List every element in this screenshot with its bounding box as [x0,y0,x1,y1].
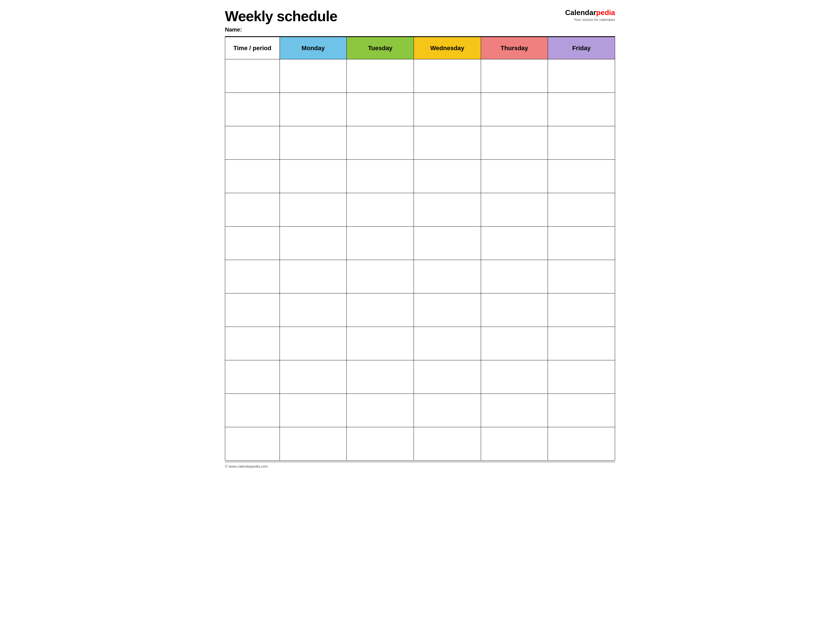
col-header-wednesday: Wednesday [414,37,481,59]
table-row[interactable] [225,360,615,394]
schedule-cell[interactable] [279,227,347,260]
schedule-cell[interactable] [279,327,347,360]
time-cell[interactable] [225,360,280,394]
schedule-cell[interactable] [481,160,548,193]
schedule-cell[interactable] [414,93,481,126]
schedule-cell[interactable] [548,327,615,360]
schedule-cell[interactable] [548,394,615,427]
table-row[interactable] [225,193,615,227]
schedule-cell[interactable] [481,394,548,427]
logo-text: Calendarpedia [565,8,615,17]
logo-pedia-part: pedia [596,8,615,17]
time-cell[interactable] [225,260,280,293]
schedule-cell[interactable] [414,260,481,293]
schedule-cell[interactable] [548,160,615,193]
schedule-cell[interactable] [347,193,414,227]
schedule-cell[interactable] [548,59,615,93]
schedule-cell[interactable] [279,93,347,126]
table-row[interactable] [225,260,615,293]
table-row[interactable] [225,327,615,360]
schedule-cell[interactable] [414,394,481,427]
table-row[interactable] [225,59,615,93]
schedule-cell[interactable] [481,260,548,293]
schedule-cell[interactable] [279,59,347,93]
schedule-cell[interactable] [347,160,414,193]
schedule-cell[interactable] [548,293,615,327]
time-cell[interactable] [225,293,280,327]
schedule-cell[interactable] [347,427,414,461]
header-section: Weekly schedule Name: Calendarpedia Your… [225,8,615,33]
schedule-cell[interactable] [414,427,481,461]
schedule-cell[interactable] [347,394,414,427]
schedule-cell[interactable] [414,126,481,160]
col-header-tuesday: Tuesday [347,37,414,59]
time-cell[interactable] [225,193,280,227]
page-title: Weekly schedule [225,8,337,24]
schedule-cell[interactable] [548,193,615,227]
time-cell[interactable] [225,394,280,427]
schedule-cell[interactable] [481,293,548,327]
schedule-cell[interactable] [414,193,481,227]
time-cell[interactable] [225,59,280,93]
schedule-cell[interactable] [548,260,615,293]
time-cell[interactable] [225,427,280,461]
bottom-divider [225,462,615,462]
schedule-cell[interactable] [279,360,347,394]
schedule-cell[interactable] [481,93,548,126]
schedule-cell[interactable] [481,360,548,394]
schedule-cell[interactable] [548,126,615,160]
schedule-cell[interactable] [279,193,347,227]
schedule-cell[interactable] [279,260,347,293]
schedule-cell[interactable] [279,293,347,327]
time-cell[interactable] [225,227,280,260]
time-cell[interactable] [225,160,280,193]
schedule-cell[interactable] [347,126,414,160]
schedule-cell[interactable] [548,227,615,260]
schedule-cell[interactable] [347,327,414,360]
table-row[interactable] [225,427,615,461]
schedule-cell[interactable] [414,160,481,193]
schedule-cell[interactable] [279,427,347,461]
schedule-cell[interactable] [481,327,548,360]
schedule-cell[interactable] [347,260,414,293]
schedule-cell[interactable] [347,93,414,126]
schedule-cell[interactable] [414,227,481,260]
table-row[interactable] [225,293,615,327]
logo-tagline: Your source for calendars [574,17,615,22]
schedule-cell[interactable] [279,394,347,427]
schedule-cell[interactable] [548,93,615,126]
schedule-cell[interactable] [481,126,548,160]
footer-copyright: © www.calendarpedia.com [225,464,615,468]
time-cell[interactable] [225,126,280,160]
schedule-cell[interactable] [279,126,347,160]
schedule-cell[interactable] [481,427,548,461]
time-cell[interactable] [225,327,280,360]
schedule-cell[interactable] [481,193,548,227]
schedule-cell[interactable] [279,160,347,193]
schedule-cell[interactable] [414,360,481,394]
table-row[interactable] [225,227,615,260]
table-row[interactable] [225,93,615,126]
schedule-cell[interactable] [347,227,414,260]
schedule-cell[interactable] [481,227,548,260]
col-header-friday: Friday [548,37,615,59]
col-header-monday: Monday [279,37,347,59]
schedule-cell[interactable] [347,360,414,394]
logo-calendar-part: Calendar [565,8,596,17]
table-row[interactable] [225,394,615,427]
col-header-thursday: Thursday [481,37,548,59]
table-row[interactable] [225,160,615,193]
schedule-cell[interactable] [548,427,615,461]
schedule-cell[interactable] [347,59,414,93]
schedule-cell[interactable] [414,327,481,360]
time-cell[interactable] [225,93,280,126]
schedule-cell[interactable] [414,59,481,93]
schedule-cell[interactable] [347,293,414,327]
schedule-cell[interactable] [548,360,615,394]
schedule-cell[interactable] [414,293,481,327]
table-body [225,59,615,461]
title-area: Weekly schedule Name: [225,8,337,33]
table-row[interactable] [225,126,615,160]
schedule-table: Time / period Monday Tuesday Wednesday T… [225,37,615,461]
schedule-cell[interactable] [481,59,548,93]
